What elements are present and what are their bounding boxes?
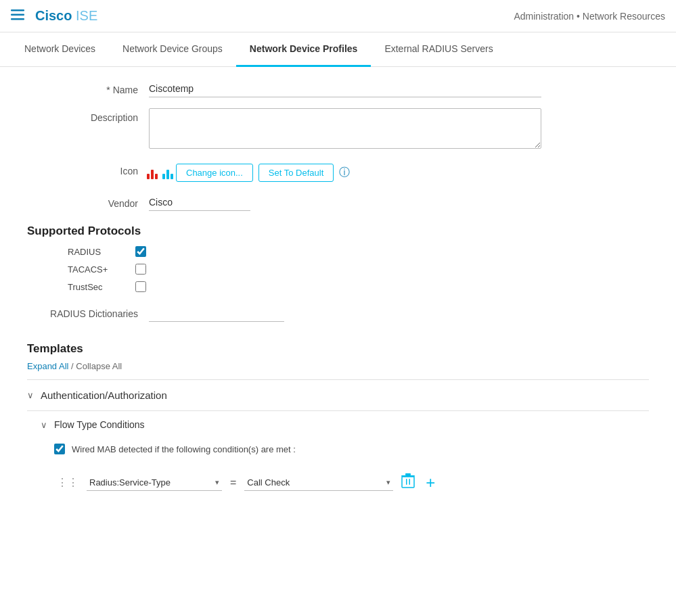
condition-select2[interactable]: Call Check Framed Login <box>244 475 393 491</box>
wired-mab-row: Wired MAB detected if the following cond… <box>54 444 649 454</box>
add-condition-button[interactable]: + <box>423 472 438 494</box>
radius-label: RADIUS <box>68 247 135 257</box>
trustsec-checkbox[interactable] <box>135 281 146 292</box>
tacacs-row: TACACS+ <box>68 264 649 275</box>
vendor-value-container: Cisco <box>149 194 541 211</box>
flow-type-label: Flow Type Conditions <box>54 419 145 430</box>
vendor-label: Vendor <box>27 194 149 209</box>
svg-rect-7 <box>405 473 411 475</box>
main-content: * Name Description Icon <box>0 67 676 551</box>
info-icon[interactable]: ⓘ <box>339 166 350 180</box>
condition-select1-wrapper: Radius:Service-Type Radius:NAS-IP-Addres… <box>87 475 222 491</box>
svg-rect-3 <box>402 477 414 488</box>
wired-mab-checkbox[interactable] <box>54 444 65 454</box>
vendor-value: Cisco <box>149 194 250 211</box>
svg-rect-0 <box>11 9 24 11</box>
breadcrumb: Administration • Network Resources <box>514 11 665 22</box>
auth-authz-header[interactable]: ∨ Authentication/Authorization <box>27 380 649 410</box>
tab-network-devices[interactable]: Network Devices <box>11 32 109 67</box>
auth-authz-chevron-icon: ∨ <box>27 390 34 400</box>
menu-icon[interactable] <box>11 9 24 22</box>
tacacs-checkbox[interactable] <box>135 264 146 275</box>
set-default-button[interactable]: Set To Default <box>258 164 334 182</box>
svg-rect-4 <box>406 479 407 485</box>
drag-handle-icon[interactable]: ⋮⋮ <box>54 476 81 489</box>
svg-rect-6 <box>401 475 415 477</box>
condition-select2-wrapper: Call Check Framed Login ▾ <box>244 475 393 491</box>
trustsec-label: TrustSec <box>68 282 135 292</box>
cisco-logo-icon <box>149 162 171 183</box>
flow-type-chevron-icon: ∨ <box>41 420 47 430</box>
wired-mab-text: Wired MAB detected if the following cond… <box>72 444 296 454</box>
description-row: Description <box>27 108 649 151</box>
app-logo: Cisco ISE <box>35 8 97 24</box>
trustsec-row: TrustSec <box>68 281 649 292</box>
condition-select1[interactable]: Radius:Service-Type Radius:NAS-IP-Addres… <box>87 475 222 491</box>
tab-external-radius-servers[interactable]: External RADIUS Servers <box>371 32 506 67</box>
icon-value-container: Change icon... Set To Default ⓘ <box>149 162 541 183</box>
icon-row: Icon Change icon... Set To Defau <box>27 162 649 183</box>
name-value-container <box>149 80 541 97</box>
svg-rect-1 <box>11 14 24 16</box>
dictionaries-label: RADIUS Dictionaries <box>27 308 149 319</box>
tab-network-device-profiles[interactable]: Network Device Profiles <box>236 32 371 67</box>
nav-tabs: Network Devices Network Device Groups Ne… <box>0 32 676 67</box>
name-label: * Name <box>27 80 149 95</box>
expand-collapse-controls: Expand All / Collapse All <box>27 361 649 371</box>
radius-checkbox[interactable] <box>135 246 146 257</box>
delete-condition-button[interactable] <box>399 471 418 494</box>
description-label: Description <box>27 108 149 123</box>
dictionaries-value <box>149 306 284 322</box>
supported-protocols-title: Supported Protocols <box>27 224 649 238</box>
vendor-row: Vendor Cisco <box>27 194 649 211</box>
dictionaries-row: RADIUS Dictionaries <box>27 306 649 322</box>
templates-title: Templates <box>27 342 649 356</box>
svg-rect-5 <box>409 479 411 485</box>
change-icon-button[interactable]: Change icon... <box>176 164 253 182</box>
svg-rect-2 <box>11 18 24 20</box>
radius-row: RADIUS <box>68 246 649 257</box>
flow-type-section: ∨ Flow Type Conditions Wired MAB detecte… <box>27 410 649 511</box>
name-input[interactable] <box>149 80 541 97</box>
description-input[interactable] <box>149 108 541 149</box>
app-header: Cisco ISE Administration • Network Resou… <box>0 0 676 32</box>
flow-type-header[interactable]: ∨ Flow Type Conditions <box>41 411 649 438</box>
collapse-all-text: Collapse All <box>76 361 122 371</box>
tacacs-label: TACACS+ <box>68 264 135 275</box>
icon-label: Icon <box>27 162 149 176</box>
flow-type-content: Wired MAB detected if the following cond… <box>41 438 649 511</box>
condition-row: ⋮⋮ Radius:Service-Type Radius:NAS-IP-Add… <box>54 465 649 500</box>
description-value-container <box>149 108 541 151</box>
equals-sign: = <box>227 477 239 489</box>
tab-network-device-groups[interactable]: Network Device Groups <box>109 32 236 67</box>
auth-authz-section: ∨ Authentication/Authorization <box>27 379 649 410</box>
auth-authz-label: Authentication/Authorization <box>41 389 167 401</box>
expand-all-link[interactable]: Expand All <box>27 361 68 371</box>
name-row: * Name <box>27 80 649 97</box>
